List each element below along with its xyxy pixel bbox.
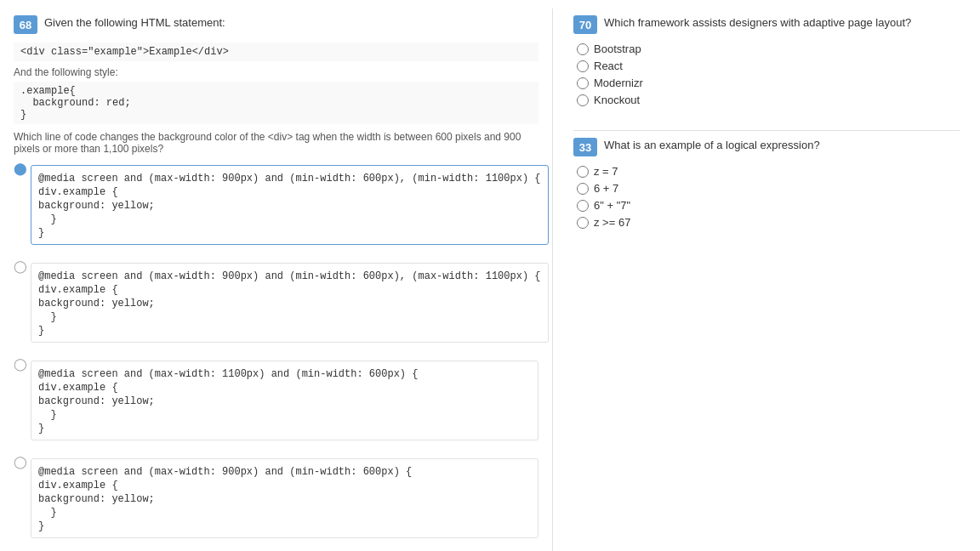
q70-question: Which framework assists designers with a…: [604, 15, 911, 31]
q68-option-b[interactable]: ◯ @media screen and (max-width: 900px) a…: [14, 258, 538, 351]
q70-header: 70 Which framework assists designers wit…: [573, 15, 960, 34]
q70-option-c[interactable]: Modernizr: [577, 77, 960, 89]
q70-option-b[interactable]: React: [577, 60, 960, 72]
q33-section: 33 What is an example of a logical expre…: [573, 138, 960, 229]
q33-header: 33 What is an example of a logical expre…: [573, 138, 960, 156]
right-panel: 70 Which framework assists designers wit…: [553, 9, 980, 551]
right-divider: [573, 130, 960, 131]
q33-options: z = 7 6 + 7 6" + "7" z >= 67: [577, 165, 960, 229]
q68-badge: 68: [14, 15, 37, 34]
q68-header: 68 Given the following HTML statement:: [14, 15, 538, 34]
q33-badge: 33: [573, 138, 597, 156]
page-container: 68 Given the following HTML statement: <…: [0, 0, 980, 551]
q68-option-d-code: @media screen and (max-width: 900px) and…: [38, 466, 412, 532]
q68-style-intro: And the following style:: [14, 66, 538, 78]
q33-question: What is an example of a logical expressi…: [604, 138, 820, 153]
q33-option-b-label: 6 + 7: [594, 182, 618, 195]
q33-option-a-label: z = 7: [594, 165, 618, 178]
q70-option-b-label: React: [594, 60, 623, 72]
q33-option-d[interactable]: z >= 67: [577, 216, 960, 229]
q68-html-code: <div class="example">Example</div>: [14, 43, 538, 61]
q33-option-c[interactable]: 6" + "7": [577, 199, 960, 212]
q70-option-d-label: Knockout: [594, 94, 640, 106]
q70-options: Bootstrap React Modernizr Knockout: [577, 43, 960, 106]
q68-option-a-code: @media screen and (max-width: 900px) and…: [38, 173, 541, 239]
q70-section: 70 Which framework assists designers wit…: [573, 15, 960, 106]
q70-option-c-label: Modernizr: [594, 77, 643, 89]
q68-option-b-code: @media screen and (max-width: 900px) and…: [38, 270, 541, 337]
q68-style-code: .example{ background: red; }: [14, 82, 538, 124]
q68-question: Given the following HTML statement:: [44, 15, 225, 31]
q68-option-c[interactable]: ◯ @media screen and (max-width: 1100px) …: [14, 355, 538, 449]
q68-option-d[interactable]: ◯ @media screen and (max-width: 900px) a…: [14, 453, 538, 547]
q70-option-a-label: Bootstrap: [594, 43, 641, 55]
q70-option-d[interactable]: Knockout: [577, 94, 960, 106]
left-panel: 68 Given the following HTML statement: <…: [0, 9, 553, 551]
q33-option-b[interactable]: 6 + 7: [577, 182, 960, 195]
q33-option-a[interactable]: z = 7: [577, 165, 960, 178]
q70-option-a[interactable]: Bootstrap: [577, 43, 960, 55]
q70-badge: 70: [573, 15, 597, 34]
q33-option-c-label: 6" + "7": [594, 199, 630, 212]
q33-option-d-label: z >= 67: [594, 216, 630, 229]
q68-question2: Which line of code changes the backgroun…: [14, 131, 538, 155]
q68-option-c-code: @media screen and (max-width: 1100px) an…: [38, 368, 418, 435]
q68-option-a[interactable]: ⬤ @media screen and (max-width: 900px) a…: [14, 160, 538, 253]
